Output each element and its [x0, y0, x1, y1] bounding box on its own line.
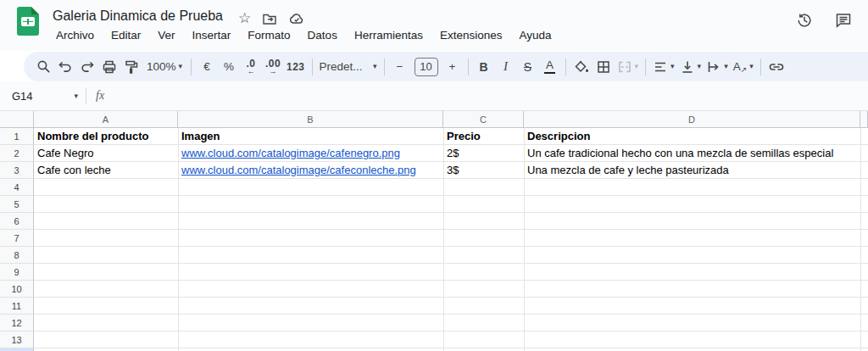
- bold-button[interactable]: B: [473, 55, 495, 78]
- star-icon[interactable]: ☆: [238, 11, 251, 26]
- sheets-logo[interactable]: [17, 7, 39, 36]
- cell-d2[interactable]: Un cafe tradicional hecho con una mezcla…: [524, 145, 860, 162]
- row-header[interactable]: 6: [0, 213, 34, 230]
- menu-ver[interactable]: Ver: [153, 27, 180, 43]
- cell-a3[interactable]: Cafe con leche: [34, 162, 178, 179]
- document-title[interactable]: Galeria Dinamica de Prueba: [53, 8, 223, 24]
- font-select[interactable]: Predet... ▾: [317, 55, 380, 78]
- cell-a1[interactable]: Nombre del producto: [34, 128, 178, 145]
- table-row: Cafe Negro www.cloud.com/catalogimage/ca…: [34, 145, 868, 162]
- menu-datos[interactable]: Datos: [303, 27, 342, 43]
- increase-font-size-button[interactable]: +: [442, 55, 464, 78]
- number-format-button[interactable]: 123: [284, 55, 308, 78]
- row-header[interactable]: 8: [0, 247, 34, 264]
- row-header[interactable]: 13: [0, 332, 34, 348]
- chevron-down-icon: ▾: [749, 63, 754, 70]
- column-header-d[interactable]: D: [524, 111, 860, 128]
- insert-link-icon[interactable]: [765, 55, 787, 78]
- row-header[interactable]: 7: [0, 230, 34, 247]
- logo-table-glyph: [21, 17, 35, 26]
- cell-c3[interactable]: 3$: [443, 162, 524, 179]
- table-row: Cafe con leche www.cloud.com/catalogimag…: [34, 162, 868, 179]
- top-bar: Galeria Dinamica de Prueba ☆ Archivo Edi…: [0, 0, 868, 51]
- column-header-e-clipped[interactable]: [860, 111, 868, 128]
- decrease-decimals-button[interactable]: .0←: [240, 55, 262, 78]
- decrease-font-size-button[interactable]: −: [389, 55, 411, 78]
- column-header-a[interactable]: A: [34, 111, 178, 128]
- strikethrough-button[interactable]: S: [517, 55, 539, 78]
- row-header[interactable]: 11: [0, 298, 34, 315]
- menu-editar[interactable]: Editar: [106, 27, 146, 43]
- menu-archivo[interactable]: Archivo: [51, 27, 99, 43]
- name-box[interactable]: G14 ▾: [12, 81, 78, 111]
- fx-icon: fx: [96, 89, 104, 103]
- row-header[interactable]: 10: [0, 281, 34, 298]
- menu-ayuda[interactable]: Ayuda: [514, 27, 556, 43]
- undo-icon[interactable]: [54, 55, 76, 78]
- currency-format-button[interactable]: €: [196, 55, 218, 78]
- text-color-button[interactable]: A: [539, 55, 561, 78]
- cell-a2[interactable]: Cafe Negro: [34, 145, 178, 162]
- chevron-down-icon: ▾: [724, 63, 728, 70]
- row-header[interactable]: 2: [0, 145, 34, 162]
- menu-herramientas[interactable]: Herramientas: [349, 27, 428, 43]
- percent-format-button[interactable]: %: [218, 55, 240, 78]
- redo-icon[interactable]: [76, 55, 98, 78]
- table-row: Nombre del producto Imagen Precio Descri…: [34, 128, 868, 145]
- column-header-c[interactable]: C: [443, 111, 524, 128]
- text-wrapping-button[interactable]: ▾: [704, 55, 731, 78]
- paint-format-icon[interactable]: [120, 55, 142, 78]
- fill-color-button[interactable]: [570, 55, 593, 78]
- cell-b1[interactable]: Imagen: [178, 128, 443, 145]
- chevron-down-icon: ▾: [698, 63, 702, 70]
- merge-cells-button: ▾: [615, 55, 642, 78]
- vertical-align-button[interactable]: ▾: [677, 55, 704, 78]
- chevron-down-icon: ▾: [670, 63, 675, 70]
- font-size-input[interactable]: 10: [415, 58, 438, 76]
- cloud-saved-icon[interactable]: [288, 11, 305, 26]
- borders-button[interactable]: [593, 55, 615, 78]
- cell-c2[interactable]: 2$: [443, 145, 524, 162]
- chevron-down-icon: ▾: [179, 63, 183, 70]
- row-header[interactable]: 12: [0, 315, 34, 332]
- row-header[interactable]: 9: [0, 264, 34, 281]
- menu-insertar[interactable]: Insertar: [187, 27, 236, 43]
- row-header[interactable]: 5: [0, 196, 34, 213]
- main-toolbar: 100% ▾ € % .0← .00→ 123 Predet... ▾ − 10…: [24, 52, 868, 81]
- cell-b2-link[interactable]: www.cloud.com/catalogimage/cafenegro.png: [178, 145, 443, 162]
- spreadsheet-grid: A B C D 1 2 3 4 5 6 7 8 9 10 11 12 13 No…: [0, 111, 868, 351]
- horizontal-align-button[interactable]: ▾: [650, 55, 677, 78]
- row-headers: 1 2 3 4 5 6 7 8 9 10 11 12 13: [0, 128, 34, 348]
- version-history-icon[interactable]: [795, 11, 814, 33]
- cell-d3[interactable]: Una mezcla de cafe y leche pasteurizada: [524, 162, 860, 179]
- search-icon[interactable]: [32, 55, 54, 78]
- menu-extensiones[interactable]: Extensiones: [435, 27, 508, 43]
- print-icon[interactable]: [98, 55, 120, 78]
- column-header-b[interactable]: B: [178, 111, 443, 128]
- divider: [86, 88, 86, 104]
- increase-decimals-button[interactable]: .00→: [262, 55, 284, 78]
- row-header[interactable]: 4: [0, 179, 34, 196]
- chevron-down-icon: ▾: [373, 63, 377, 70]
- menu-bar: Archivo Editar Ver Insertar Formato Dato…: [51, 27, 557, 43]
- chevron-down-icon: ▾: [74, 92, 78, 100]
- select-all-corner[interactable]: [0, 111, 34, 128]
- cells-area[interactable]: Nombre del producto Imagen Precio Descri…: [34, 128, 868, 351]
- row-header[interactable]: 1: [0, 128, 34, 145]
- cell-b3-link[interactable]: www.cloud.com/catalogimage/cafeconleche.…: [178, 162, 443, 179]
- chevron-down-icon: ▾: [635, 63, 639, 70]
- row-header[interactable]: 3: [0, 162, 34, 179]
- zoom-select[interactable]: 100% ▾: [142, 55, 186, 78]
- logo-fold: [31, 7, 39, 14]
- cell-d1[interactable]: Descripcion: [524, 128, 860, 145]
- formula-bar: G14 ▾ fx: [0, 81, 868, 111]
- cell-reference: G14: [12, 90, 33, 103]
- italic-button[interactable]: I: [495, 55, 517, 78]
- text-rotation-button[interactable]: A↗ ▾: [731, 55, 756, 78]
- cell-c1[interactable]: Precio: [443, 128, 524, 145]
- menu-formato[interactable]: Formato: [242, 27, 295, 43]
- comments-icon[interactable]: [834, 11, 853, 33]
- move-folder-icon[interactable]: [262, 11, 277, 26]
